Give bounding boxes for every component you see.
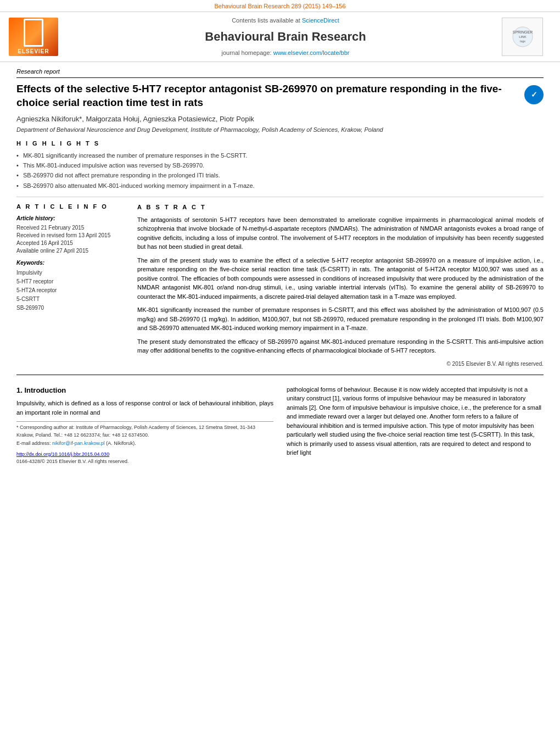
springer-icon: SPRINGER LINK logo (512, 26, 534, 48)
right-intro-column: pathological forms of behaviour. Because… (287, 385, 544, 466)
springer-badge: SPRINGER LINK logo (502, 18, 543, 56)
svg-text:logo: logo (520, 40, 525, 43)
abstract-heading: A B S T R A C T (137, 203, 544, 212)
svg-text:LINK: LINK (519, 35, 526, 38)
journal-citation: Behavioural Brain Research 289 (2015) 14… (214, 3, 345, 9)
article-info-abstract: A R T I C L E I N F O Article history: R… (16, 197, 544, 368)
keyword-5ht7: 5-HT7 receptor (16, 277, 126, 286)
journal-title-section: Contents lists available at ScienceDirec… (69, 16, 502, 57)
elsevier-logo-container: ELSEVIER (9, 18, 69, 56)
available-date: Available online 27 April 2015 (16, 247, 126, 255)
highlight-item-1: MK-801 significantly increased the numbe… (16, 152, 544, 160)
keyword-5csrtt: 5-CSRTT (16, 295, 126, 304)
bottom-section: 1. Introduction Impulsivity, which is de… (16, 382, 544, 466)
introduction-column: 1. Introduction Impulsivity, which is de… (16, 385, 273, 466)
highlights-section: H I G H L I G H T S MK-801 significantly… (16, 140, 544, 190)
springer-logo-container: SPRINGER LINK logo (502, 18, 551, 56)
keywords-section: Keywords: Impulsivity 5-HT7 receptor 5-H… (16, 259, 126, 313)
intro-para-1: Impulsivity, which is defined as a loss … (16, 399, 273, 417)
abstract-para-3: MK-801 significantly increased the numbe… (137, 305, 544, 333)
article-info-column: A R T I C L E I N F O Article history: R… (16, 203, 126, 368)
journal-homepage: journal homepage: www.elsevier.com/locat… (69, 49, 502, 57)
main-content: Research report Effects of the selective… (0, 62, 560, 471)
email-name: A. Nikiforuk (108, 440, 133, 446)
section-label: Research report (16, 68, 544, 78)
abstract-column: A B S T R A C T The antagonists of serot… (137, 203, 544, 368)
elsevier-logo: ELSEVIER (9, 18, 58, 56)
intro-text: Impulsivity, which is defined as a loss … (16, 399, 273, 417)
right-intro-text: pathological forms of behaviour. Because… (287, 385, 544, 458)
journal-bar: Behavioural Brain Research 289 (2015) 14… (0, 0, 560, 12)
journal-name: Behavioural Brain Research (69, 29, 502, 46)
highlight-item-3: SB-269970 did not affect premature respo… (16, 171, 544, 180)
abstract-para-2: The aim of the present study was to exam… (137, 256, 544, 302)
footnote-section: * Corresponding author at: Institute of … (16, 421, 273, 448)
keywords-heading: Keywords: (16, 259, 126, 267)
article-title: Effects of the selective 5-HT7 receptor … (16, 82, 519, 109)
email-link[interactable]: nikifor@if-pan.krakow.pl (52, 440, 105, 446)
journal-header: ELSEVIER Contents lists available at Sci… (0, 12, 560, 62)
affiliation: Department of Behavioral Neuroscience an… (16, 126, 544, 134)
article-history: Article history: Received 21 February 20… (16, 215, 126, 255)
authors-list: Agnieszka Nikiforuk*, Małgorzata Hołuj, … (16, 114, 544, 124)
highlights-heading: H I G H L I G H T S (16, 140, 544, 148)
issn-line: 0166-4328/© 2015 Elsevier B.V. All right… (16, 458, 273, 466)
section-divider (16, 375, 544, 375)
footnote-text: * Corresponding author at: Institute of … (16, 424, 273, 439)
abstract-para-1: The antagonists of serotonin 5-HT7 recep… (137, 215, 544, 252)
history-heading: Article history: (16, 215, 126, 222)
doi-link[interactable]: http://dx.doi.org/10.1016/j.bbr.2015.04.… (16, 451, 109, 457)
sciencedirect-link: Contents lists available at ScienceDirec… (69, 16, 502, 25)
elsevier-text: ELSEVIER (18, 48, 49, 55)
svg-text:SPRINGER: SPRINGER (512, 30, 533, 34)
article-info-heading: A R T I C L E I N F O (16, 203, 126, 211)
intro-heading: 1. Introduction (16, 385, 273, 396)
crossmark-badge[interactable]: ✓ (524, 85, 544, 104)
copyright: © 2015 Elsevier B.V. All rights reserved… (137, 360, 544, 368)
sciencedirect-anchor[interactable]: ScienceDirect (302, 17, 339, 24)
keyword-5ht2a: 5-HT2A receptor (16, 286, 126, 295)
revised-date: Received in revised form 13 April 2015 (16, 232, 126, 239)
article-title-row: Effects of the selective 5-HT7 receptor … (16, 82, 544, 109)
abstract-para-4: The present study demonstrated the effic… (137, 337, 544, 355)
email-line: E-mail address: nikifor@if-pan.krakow.pl… (16, 440, 273, 448)
keyword-impulsivity: Impulsivity (16, 269, 126, 277)
highlight-item-2: This MK-801-induced impulsive action was… (16, 161, 544, 170)
doi-line: http://dx.doi.org/10.1016/j.bbr.2015.04.… (16, 451, 273, 459)
keyword-sb269970: SB-269970 (16, 304, 126, 313)
email-label: E-mail address: (16, 440, 51, 446)
abstract-text: The antagonists of serotonin 5-HT7 recep… (137, 215, 544, 355)
received-date: Received 21 February 2015 (16, 224, 126, 232)
journal-homepage-link[interactable]: www.elsevier.com/locate/bbr (273, 49, 350, 56)
accepted-date: Accepted 16 April 2015 (16, 239, 126, 247)
highlight-item-4: SB-269970 also attenuated MK-801-induced… (16, 182, 544, 190)
